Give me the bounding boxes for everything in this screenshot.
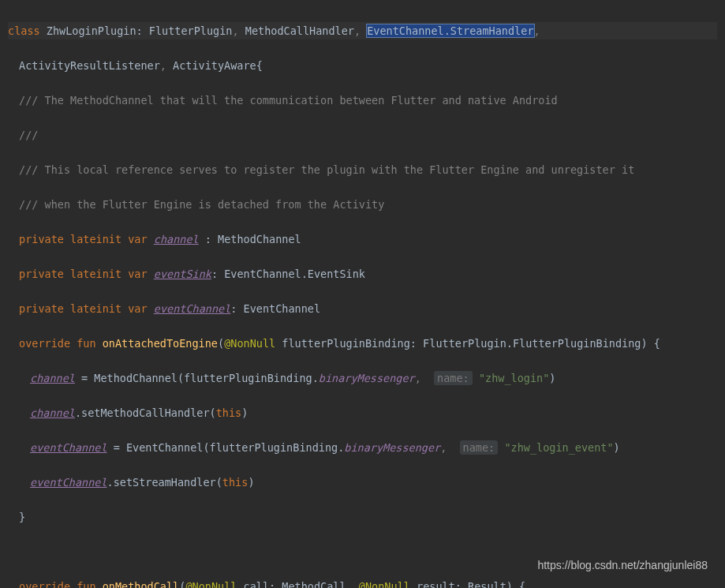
function-name: onMethodCall: [103, 580, 180, 588]
selection: EventChannel.StreamHandler: [367, 24, 533, 37]
code-line: eventChannel.setStreamHandler(this): [8, 474, 717, 491]
code-line: private lateinit var channel : MethodCha…: [8, 230, 717, 248]
code-line: }: [8, 508, 717, 526]
code-line: ///: [8, 126, 717, 144]
code-line: channel.setMethodCallHandler(this): [8, 404, 717, 421]
code-line: /// The MethodChannel that will the comm…: [8, 92, 717, 109]
param-hint: name:: [460, 440, 499, 455]
function-name: onAttachedToEngine: [103, 337, 218, 350]
param-hint: name:: [434, 371, 473, 385]
watermark: https://blog.csdn.net/zhangjunlei88: [537, 556, 708, 574]
code-line: private lateinit var eventChannel: Event…: [8, 300, 717, 317]
comment: /// The MethodChannel that will the comm…: [19, 94, 558, 107]
code-line: override fun onAttachedToEngine(@NonNull…: [8, 335, 717, 352]
code-line: ActivityResultListener, ActivityAware{: [8, 57, 717, 74]
keyword: class: [8, 24, 40, 37]
comment: ///: [19, 129, 38, 141]
code-line: channel = MethodChannel(flutterPluginBin…: [8, 369, 717, 387]
class-name: ZhwLoginPlugin: [40, 24, 136, 37]
code-line: override fun onMethodCall(@NonNull call:…: [8, 578, 717, 588]
code-line: eventChannel = EventChannel(flutterPlugi…: [8, 439, 717, 456]
comment: /// when the Flutter Engine is detached …: [19, 198, 384, 211]
code-line: /// This local reference serves to regis…: [8, 161, 717, 178]
comment: /// This local reference serves to regis…: [19, 163, 634, 176]
code-line: private lateinit var eventSink: EventCha…: [8, 265, 717, 283]
code-line: class ZhwLoginPlugin: FlutterPlugin, Met…: [8, 22, 717, 39]
code-editor[interactable]: class ZhwLoginPlugin: FlutterPlugin, Met…: [0, 0, 725, 588]
code-line: /// when the Flutter Engine is detached …: [8, 196, 717, 213]
